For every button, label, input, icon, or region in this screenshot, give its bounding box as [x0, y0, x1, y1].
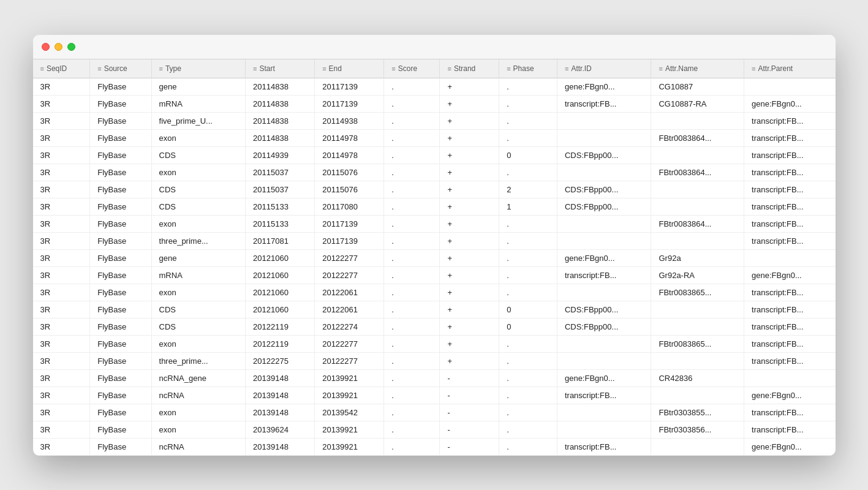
col-header-type[interactable]: ≡Type: [151, 59, 246, 78]
col-header-source[interactable]: ≡Source: [90, 59, 151, 78]
cell-phase: .: [499, 164, 557, 181]
cell-start: 20115037: [246, 164, 315, 181]
cell-start: 20121060: [246, 301, 315, 318]
table-row[interactable]: 3RFlyBaseCDS2012106020122061.+0CDS:FBpp0…: [33, 301, 836, 318]
table-row[interactable]: 3RFlyBasemRNA2011483820117139.+.transcri…: [33, 95, 836, 112]
cell-start: 20117081: [246, 232, 315, 249]
cell-attr_parent: [744, 249, 836, 266]
cell-end: 20114938: [315, 112, 384, 129]
close-button[interactable]: [42, 43, 50, 51]
cell-attr_name: [651, 232, 744, 249]
cell-seqid: 3R: [33, 198, 90, 215]
table-row[interactable]: 3RFlyBasefive_prime_U...2011483820114938…: [33, 112, 836, 129]
cell-end: 20122277: [315, 352, 384, 369]
cell-phase: .: [499, 95, 557, 112]
col-header-attr_parent[interactable]: ≡Attr.Parent: [744, 59, 836, 78]
cell-start: 20122275: [246, 352, 315, 369]
col-header-phase[interactable]: ≡Phase: [499, 59, 557, 78]
cell-attr_id: [557, 129, 651, 146]
cell-attr_id: [557, 164, 651, 181]
cell-phase: .: [499, 335, 557, 352]
cell-source: FlyBase: [90, 318, 151, 335]
table-row[interactable]: 3RFlyBaseexon2013914820139542.-.FBtr0303…: [33, 404, 836, 421]
table-row[interactable]: 3RFlyBaseexon2012211920122277.+.FBtr0083…: [33, 335, 836, 352]
cell-end: 20122061: [315, 301, 384, 318]
table-row[interactable]: 3RFlyBaseCDS2011513320117080.+1CDS:FBpp0…: [33, 198, 836, 215]
cell-source: FlyBase: [90, 129, 151, 146]
cell-seqid: 3R: [33, 249, 90, 266]
cell-strand: +: [440, 318, 499, 335]
col-header-strand[interactable]: ≡Strand: [440, 59, 499, 78]
cell-start: 20122119: [246, 318, 315, 335]
cell-source: FlyBase: [90, 232, 151, 249]
cell-phase: .: [499, 249, 557, 266]
cell-phase: .: [499, 369, 557, 386]
table-row[interactable]: 3RFlyBaseexon2013962420139921.-.FBtr0303…: [33, 421, 836, 438]
table-row[interactable]: 3RFlyBaseexon2011503720115076.+.FBtr0083…: [33, 164, 836, 181]
cell-score: .: [384, 249, 440, 266]
cell-source: FlyBase: [90, 146, 151, 164]
cell-seqid: 3R: [33, 421, 90, 438]
maximize-button[interactable]: [67, 43, 75, 51]
filter-icon: ≡: [752, 65, 755, 72]
table-row[interactable]: 3RFlyBasethree_prime...2011708120117139.…: [33, 232, 836, 249]
table-row[interactable]: 3RFlyBaseexon2012106020122061.+.FBtr0083…: [33, 284, 836, 301]
cell-attr_id: transcript:FB...: [557, 386, 651, 404]
table-row[interactable]: 3RFlyBasethree_prime...2012227520122277.…: [33, 352, 836, 369]
cell-attr_parent: gene:FBgn0...: [744, 386, 836, 404]
cell-phase: 0: [499, 146, 557, 164]
cell-strand: +: [440, 146, 499, 164]
table-row[interactable]: 3RFlyBaseexon2011513320117139.+.FBtr0083…: [33, 215, 836, 232]
cell-source: FlyBase: [90, 404, 151, 421]
cell-start: 20139148: [246, 386, 315, 404]
cell-phase: .: [499, 386, 557, 404]
cell-attr_id: CDS:FBpp00...: [557, 146, 651, 164]
col-header-start[interactable]: ≡Start: [246, 59, 315, 78]
cell-type: CDS: [151, 301, 246, 318]
table-row[interactable]: 3RFlyBasemRNA2012106020122277.+.transcri…: [33, 266, 836, 284]
cell-phase: .: [499, 232, 557, 249]
col-header-attr_id[interactable]: ≡Attr.ID: [557, 59, 651, 78]
col-header-end[interactable]: ≡End: [315, 59, 384, 78]
cell-strand: +: [440, 352, 499, 369]
cell-seqid: 3R: [33, 129, 90, 146]
table-row[interactable]: 3RFlyBaseexon2011483820114978.+.FBtr0083…: [33, 129, 836, 146]
cell-source: FlyBase: [90, 438, 151, 455]
table-row[interactable]: 3RFlyBasencRNA2013914820139921.-.transcr…: [33, 438, 836, 455]
cell-strand: +: [440, 129, 499, 146]
filter-icon: ≡: [507, 65, 510, 72]
cell-attr_name: FBtr0083864...: [651, 164, 744, 181]
table-row[interactable]: 3RFlyBaseCDS2011493920114978.+0CDS:FBpp0…: [33, 146, 836, 164]
cell-type: three_prime...: [151, 232, 246, 249]
col-header-seqid[interactable]: ≡SeqID: [33, 59, 90, 78]
cell-source: FlyBase: [90, 421, 151, 438]
cell-type: three_prime...: [151, 352, 246, 369]
cell-type: exon: [151, 164, 246, 181]
col-header-attr_name[interactable]: ≡Attr.Name: [651, 59, 744, 78]
table-row[interactable]: 3RFlyBasegene2011483820117139.+.gene:FBg…: [33, 78, 836, 95]
table-row[interactable]: 3RFlyBasencRNA2013914820139921.-.transcr…: [33, 386, 836, 404]
table-row[interactable]: 3RFlyBasencRNA_gene2013914820139921.-.ge…: [33, 369, 836, 386]
cell-seqid: 3R: [33, 284, 90, 301]
table-row[interactable]: 3RFlyBaseCDS2012211920122274.+0CDS:FBpp0…: [33, 318, 836, 335]
cell-source: FlyBase: [90, 266, 151, 284]
cell-strand: +: [440, 284, 499, 301]
cell-strand: +: [440, 335, 499, 352]
table-row[interactable]: 3RFlyBaseCDS2011503720115076.+2CDS:FBpp0…: [33, 181, 836, 198]
cell-score: .: [384, 129, 440, 146]
cell-seqid: 3R: [33, 335, 90, 352]
cell-start: 20115133: [246, 215, 315, 232]
cell-score: .: [384, 266, 440, 284]
cell-end: 20122277: [315, 335, 384, 352]
cell-attr_name: Gr92a: [651, 249, 744, 266]
cell-source: FlyBase: [90, 95, 151, 112]
table-row[interactable]: 3RFlyBasegene2012106020122277.+.gene:FBg…: [33, 249, 836, 266]
minimize-button[interactable]: [55, 43, 62, 51]
cell-seqid: 3R: [33, 438, 90, 455]
cell-attr_parent: transcript:FB...: [744, 301, 836, 318]
col-header-score[interactable]: ≡Score: [384, 59, 440, 78]
data-table: ≡SeqID≡Source≡Type≡Start≡End≡Score≡Stran…: [33, 59, 836, 456]
cell-score: .: [384, 421, 440, 438]
cell-score: .: [384, 198, 440, 215]
cell-start: 20139624: [246, 421, 315, 438]
